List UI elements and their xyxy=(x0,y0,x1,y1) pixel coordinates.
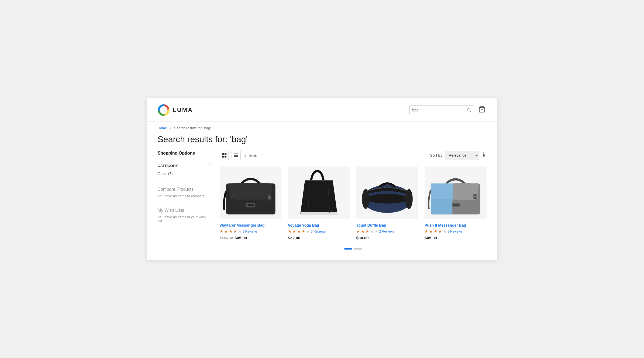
sort-wrap: Sort By Relevance Name Price xyxy=(430,151,487,160)
star-4-4: ★ xyxy=(438,229,442,234)
product-price-wrap-3: $34.00 xyxy=(356,236,418,240)
cart-button[interactable] xyxy=(477,105,487,115)
category-filter-label: CATEGORY xyxy=(158,164,178,168)
product-card-2[interactable]: Voyage Yoga Bag ★ ★ ★ ★ ★ 3 Reviews $32.… xyxy=(288,166,350,240)
search-icon xyxy=(467,108,471,112)
search-button[interactable] xyxy=(464,105,474,115)
stars-3: ★ ★ ★ ★ ★ 2 Reviews xyxy=(356,229,418,234)
reviews-link-4[interactable]: 3 Reviews xyxy=(447,230,462,233)
pagination xyxy=(220,248,487,250)
sidebar-divider-2 xyxy=(158,203,212,203)
product-price-2: $32.00 xyxy=(288,236,300,240)
product-grid: Wayfarer Messenger Bag ★ ★ ★ ★ ★ 3 Revie… xyxy=(220,166,487,240)
product-price-1: $45.00 xyxy=(235,236,247,240)
product-name-4[interactable]: Push It Messenger Bag xyxy=(425,223,487,227)
star-4-5: ★ xyxy=(443,229,446,234)
svg-rect-9 xyxy=(234,154,238,154)
svg-rect-25 xyxy=(431,184,453,199)
stars-1: ★ ★ ★ ★ ★ 3 Reviews xyxy=(220,229,282,234)
header: LUMA xyxy=(147,98,497,122)
breadcrumb-home[interactable]: Home xyxy=(158,126,167,130)
product-image-3 xyxy=(356,166,418,219)
grid-icon xyxy=(222,153,226,158)
svg-point-18 xyxy=(268,196,271,199)
stars-2: ★ ★ ★ ★ ★ 3 Reviews xyxy=(288,229,350,234)
star-1-4: ★ xyxy=(233,229,237,234)
cart-icon xyxy=(478,106,485,113)
sort-select[interactable]: Relevance Name Price xyxy=(445,151,479,160)
svg-rect-6 xyxy=(225,153,226,155)
reviews-link-2[interactable]: 3 Reviews xyxy=(311,230,326,233)
svg-rect-16 xyxy=(247,204,254,206)
logo[interactable]: LUMA xyxy=(158,104,193,116)
star-3-5: ★ xyxy=(375,229,378,234)
star-4-1: ★ xyxy=(425,229,428,234)
product-price-wrap-4: $45.00 xyxy=(425,236,487,240)
category-filter-items: Gear (7) xyxy=(158,168,212,177)
page-dot-2[interactable] xyxy=(354,248,362,250)
svg-rect-8 xyxy=(225,156,226,158)
product-name-2[interactable]: Voyage Yoga Bag xyxy=(288,223,350,227)
star-4-3: ★ xyxy=(434,229,437,234)
svg-rect-10 xyxy=(234,155,238,156)
category-gear-item[interactable]: Gear (7) xyxy=(158,171,212,177)
grid-view-button[interactable] xyxy=(220,151,229,160)
star-2-2: ★ xyxy=(292,229,296,234)
page-dot-1[interactable] xyxy=(344,248,352,250)
svg-point-29 xyxy=(474,196,476,198)
page-title: Search results for: 'bag' xyxy=(147,132,497,151)
search-input[interactable] xyxy=(410,105,464,115)
products-area: 8 Items Sort By Relevance Name Price xyxy=(220,151,487,249)
items-count: 8 Items xyxy=(244,153,428,158)
product-card-4[interactable]: Push It Messenger Bag ★ ★ ★ ★ ★ 3 Review… xyxy=(425,166,487,240)
header-right xyxy=(409,105,487,115)
product-image-2 xyxy=(288,166,350,219)
star-2-3: ★ xyxy=(297,229,301,234)
svg-point-21 xyxy=(362,189,369,209)
compare-products-title: Compare Products xyxy=(158,187,212,192)
category-filter-header[interactable]: CATEGORY ⌃ xyxy=(158,163,212,168)
luma-logo-icon xyxy=(158,104,170,116)
reviews-link-1[interactable]: 3 Reviews xyxy=(243,230,257,233)
product-price-4: $45.00 xyxy=(425,236,437,240)
category-gear-link[interactable]: Gear (7) xyxy=(158,172,173,176)
category-chevron-icon: ⌃ xyxy=(208,163,212,168)
product-price-3: $34.00 xyxy=(356,236,369,240)
star-4-2: ★ xyxy=(429,229,433,234)
star-1-5: ★ xyxy=(238,229,242,234)
product-image-wrap-3 xyxy=(356,166,418,219)
list-view-button[interactable] xyxy=(232,151,241,160)
star-2-1: ★ xyxy=(288,229,291,234)
product-name-3[interactable]: Joust Duffle Bag xyxy=(356,223,418,227)
svg-rect-27 xyxy=(453,204,459,206)
stars-4: ★ ★ ★ ★ ★ 3 Reviews xyxy=(425,229,487,234)
product-image-wrap-1 xyxy=(220,166,282,219)
breadcrumb: Home > Search results for: 'bag' xyxy=(147,122,497,132)
svg-rect-13 xyxy=(483,152,484,155)
star-3-2: ★ xyxy=(361,229,364,234)
sidebar: Shopping Options CATEGORY ⌃ Gear (7) Com… xyxy=(158,151,220,249)
star-3-4: ★ xyxy=(370,229,374,234)
products-toolbar: 8 Items Sort By Relevance Name Price xyxy=(220,151,487,160)
svg-point-22 xyxy=(405,189,413,209)
product-image-4 xyxy=(425,166,487,219)
product-image-wrap-2 xyxy=(288,166,350,219)
page-container: LUMA Home > xyxy=(147,98,497,260)
shopping-options-title: Shopping Options xyxy=(158,151,212,159)
main-layout: Shopping Options CATEGORY ⌃ Gear (7) Com… xyxy=(147,151,497,249)
star-1-3: ★ xyxy=(229,229,232,234)
product-name-1[interactable]: Wayfarer Messenger Bag xyxy=(220,223,282,227)
svg-rect-7 xyxy=(222,156,224,158)
wishlist-title: My Wish Lists xyxy=(158,208,212,213)
product-price-wrap-1: As low as $45.00 xyxy=(220,236,282,240)
product-card-3[interactable]: Joust Duffle Bag ★ ★ ★ ★ ★ 2 Reviews $34… xyxy=(356,166,418,240)
star-2-4: ★ xyxy=(302,229,305,234)
star-1-2: ★ xyxy=(224,229,228,234)
sidebar-divider-1 xyxy=(158,182,212,182)
star-1-1: ★ xyxy=(220,229,223,234)
breadcrumb-current: Search results for: 'bag' xyxy=(174,126,211,130)
search-bar xyxy=(409,105,474,115)
product-card-1[interactable]: Wayfarer Messenger Bag ★ ★ ★ ★ ★ 3 Revie… xyxy=(220,166,282,240)
sort-direction-button[interactable] xyxy=(481,152,487,159)
reviews-link-3[interactable]: 2 Reviews xyxy=(379,230,394,233)
